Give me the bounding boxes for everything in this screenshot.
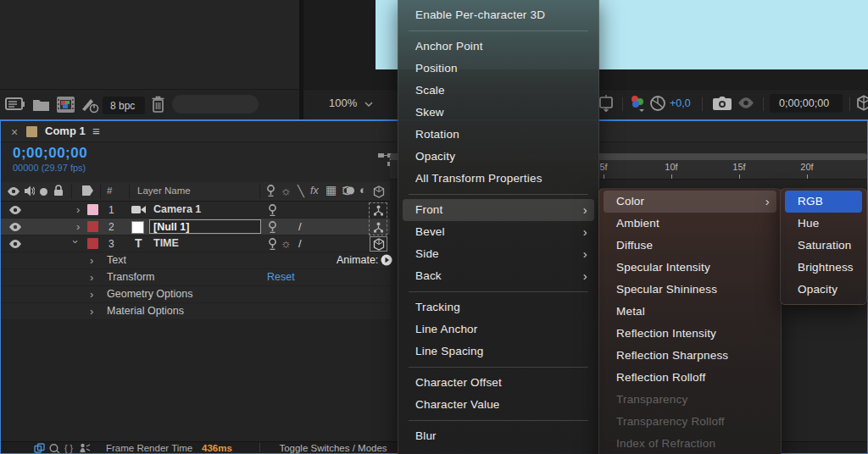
property-row-material[interactable] — [1, 303, 390, 320]
close-icon[interactable]: × — [11, 125, 18, 139]
expand-chevron-icon[interactable]: › — [76, 203, 80, 216]
adjustment-layer-icon[interactable]: ◐ — [359, 185, 366, 196]
shy-icon[interactable] — [265, 185, 276, 197]
expand-layers-icon[interactable] — [34, 443, 45, 453]
exposure-value[interactable]: +0,0 — [670, 97, 691, 109]
panel-menu-icon[interactable]: ≡ — [92, 124, 100, 138]
layer-row-time[interactable] — [1, 235, 390, 252]
menu-item-saturation[interactable]: Saturation — [785, 235, 862, 257]
render-queue-icon[interactable] — [5, 97, 25, 113]
frame-blend-icon[interactable]: ▦ — [326, 185, 337, 196]
footage-icon[interactable] — [56, 96, 75, 114]
menu-item-character-offset[interactable]: Character Offset — [403, 372, 594, 394]
magnification-value[interactable]: 100% — [329, 97, 357, 109]
layer-name-edit-field[interactable]: [Null 1] — [149, 219, 261, 234]
menu-item-brightness[interactable]: Brightness — [785, 257, 862, 279]
interpret-footage-icon[interactable] — [81, 96, 99, 114]
menu-item-specular-shininess[interactable]: Specular Shininess — [604, 279, 776, 301]
menu-item-hue[interactable]: Hue — [785, 213, 862, 235]
menu-item-tracking[interactable]: Tracking — [403, 296, 594, 318]
parent-link-icon[interactable] — [373, 205, 384, 216]
property-row-transform[interactable] — [1, 269, 390, 286]
menu-item-metal[interactable]: Metal — [604, 301, 776, 323]
menu-item-enable-per-character-3d[interactable]: Enable Per-character 3D — [403, 4, 594, 26]
collapse-sun-icon[interactable]: ☼ — [281, 238, 292, 249]
menu-item-color[interactable]: Color› — [604, 191, 776, 213]
property-label[interactable]: Text — [107, 254, 126, 266]
property-label[interactable]: Material Options — [107, 305, 184, 317]
menu-item-scale[interactable]: Scale — [403, 80, 594, 102]
graph-editor-icon[interactable] — [49, 443, 60, 453]
property-label[interactable]: Transform — [107, 271, 155, 283]
menu-item-ambient[interactable]: Ambient — [604, 213, 776, 235]
trash-icon[interactable] — [151, 95, 165, 114]
menu-item-line-anchor[interactable]: Line Anchor — [403, 318, 594, 340]
video-eye-icon[interactable] — [7, 187, 20, 196]
menu-item-opacity[interactable]: Opacity — [403, 146, 594, 168]
fx-icon[interactable]: fx — [310, 185, 319, 197]
chevron-down-icon[interactable] — [364, 102, 373, 107]
quality-icon[interactable]: / — [298, 220, 302, 233]
shy-icon[interactable] — [267, 204, 278, 216]
menu-item-front[interactable]: Front› — [403, 199, 594, 221]
menu-item-opacity2[interactable]: Opacity — [785, 279, 862, 301]
layer-label-swatch[interactable] — [87, 221, 98, 232]
project-scrollbar[interactable] — [172, 95, 259, 114]
video-eye-icon[interactable] — [8, 240, 22, 248]
expand-chevron-icon[interactable]: › — [90, 305, 93, 318]
column-layer-name[interactable]: Layer Name — [137, 185, 191, 196]
menu-item-diffuse[interactable]: Diffuse — [604, 235, 776, 257]
brackets-icon[interactable]: { } — [64, 443, 73, 453]
expand-chevron-icon[interactable]: › — [90, 254, 93, 267]
fast-previews-icon[interactable] — [856, 95, 868, 111]
quality-icon[interactable]: ╲ — [298, 185, 304, 197]
current-timecode[interactable]: 0;00;00;00 — [13, 145, 87, 162]
view-options-icon[interactable] — [597, 95, 615, 112]
channels-icon[interactable] — [629, 94, 646, 113]
parent-link-icon[interactable] — [373, 222, 384, 233]
menu-item-reflection-rolloff[interactable]: Reflection Rolloff — [604, 367, 776, 389]
cube-3d-icon[interactable] — [373, 185, 385, 198]
property-row-geometry[interactable] — [1, 286, 390, 303]
menu-item-reflection-sharpness[interactable]: Reflection Sharpness — [604, 345, 776, 367]
parent-whip-icon[interactable] — [79, 443, 91, 453]
property-row-text[interactable] — [1, 252, 390, 269]
toggle-switches-modes-button[interactable]: Toggle Switches / Modes — [270, 443, 397, 453]
column-number[interactable]: # — [107, 185, 112, 196]
reset-link[interactable]: Reset — [267, 271, 295, 283]
lock-icon[interactable] — [53, 185, 64, 197]
comp-tab-title[interactable]: Comp 1 — [45, 125, 86, 137]
exposure-icon[interactable] — [649, 95, 666, 112]
show-snapshot-icon[interactable] — [737, 97, 754, 108]
menu-item-rotation[interactable]: Rotation — [403, 124, 594, 146]
menu-item-specular-intensity[interactable]: Specular Intensity — [604, 257, 776, 279]
layer-name[interactable]: Camera 1 — [153, 203, 201, 215]
menu-item-skew[interactable]: Skew — [403, 102, 594, 124]
layer-label-swatch[interactable] — [87, 204, 98, 215]
expand-chevron-icon[interactable]: › — [76, 220, 80, 233]
menu-item-character-value[interactable]: Character Value — [403, 394, 594, 416]
animate-menu-icon[interactable] — [381, 254, 392, 266]
layer-label-swatch[interactable] — [87, 238, 98, 249]
bit-depth-button[interactable]: 8 bpc — [103, 97, 145, 114]
collapse-sun-icon[interactable]: ☼ — [281, 185, 292, 197]
viewer-timecode-field[interactable]: 0;00;00;00 — [770, 94, 843, 113]
quality-icon[interactable]: / — [298, 237, 302, 250]
comp-color-swatch[interactable] — [26, 126, 37, 137]
snapshot-icon[interactable] — [712, 96, 732, 111]
video-eye-icon[interactable] — [8, 223, 22, 231]
menu-item-side[interactable]: Side› — [403, 243, 594, 265]
layer-name[interactable]: TIME — [153, 237, 179, 249]
menu-item-all-transform-properties[interactable]: All Transform Properties — [403, 168, 594, 190]
menu-item-reflection-intensity[interactable]: Reflection Intensity — [604, 323, 776, 345]
menu-item-anchor-point[interactable]: Anchor Point — [403, 36, 594, 58]
solo-icon[interactable] — [40, 188, 47, 196]
menu-item-rgb[interactable]: RGB — [785, 191, 862, 213]
property-label[interactable]: Geometry Options — [107, 288, 192, 300]
video-eye-icon[interactable] — [8, 206, 22, 214]
shy-icon[interactable] — [267, 238, 278, 250]
expand-chevron-icon[interactable]: › — [90, 271, 93, 284]
menu-item-line-spacing[interactable]: Line Spacing — [403, 340, 594, 363]
expand-chevron-icon[interactable]: › — [90, 288, 93, 301]
menu-item-bevel[interactable]: Bevel› — [403, 221, 594, 243]
